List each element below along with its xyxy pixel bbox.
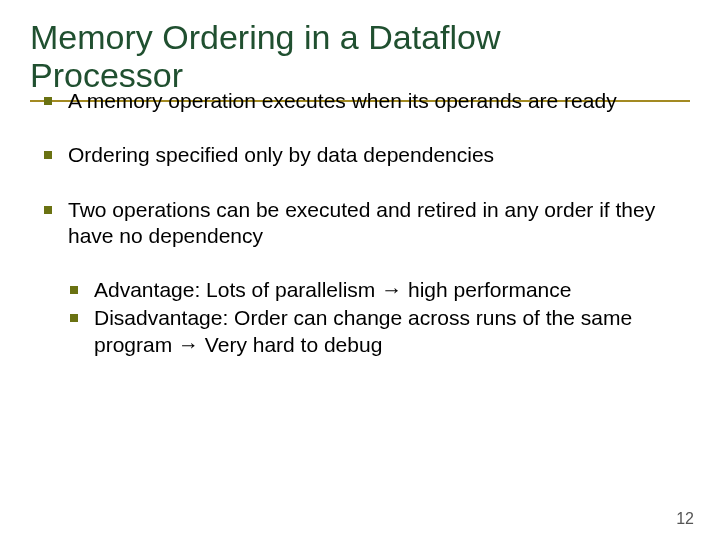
title-line-1: Memory Ordering in a Dataflow [30,18,501,56]
bullet-item: Disadvantage: Order can change across ru… [68,305,690,358]
page-number: 12 [676,510,694,528]
bullet-text: Disadvantage: Order can change across ru… [94,306,632,355]
page-number-text: 12 [676,510,694,527]
bullet-text: Two operations can be executed and retir… [68,198,655,247]
bullet-text: Advantage: Lots of parallelism → high pe… [94,278,571,301]
slide-title: Memory Ordering in a Dataflow Processor [30,18,690,98]
bullet-item: Two operations can be executed and retir… [42,197,690,250]
bullet-text: Ordering specified only by data dependen… [68,143,494,166]
bullet-item: Advantage: Lots of parallelism → high pe… [68,277,690,303]
bullet-item: Ordering specified only by data dependen… [42,142,690,168]
slide: Memory Ordering in a Dataflow Processor … [0,0,720,540]
bullet-item: A memory operation executes when its ope… [42,88,690,114]
bullet-text: A memory operation executes when its ope… [68,89,617,112]
bullet-list: A memory operation executes when its ope… [42,88,690,386]
bullet-group: Advantage: Lots of parallelism → high pe… [42,277,690,358]
